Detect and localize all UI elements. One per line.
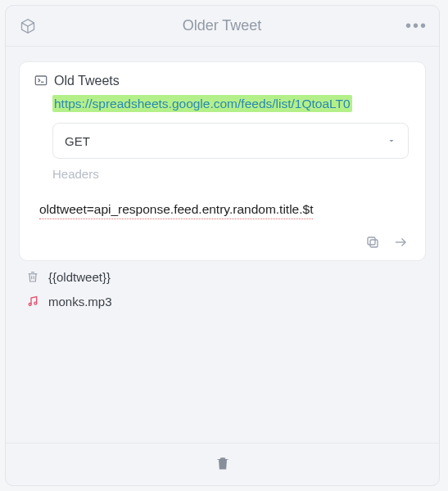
http-method-value: GET xyxy=(65,134,90,148)
arrow-right-icon[interactable] xyxy=(392,234,409,250)
panel-header: Older Tweet ••• xyxy=(6,6,439,47)
http-request-card: Old Tweets https://spreadsheets.google.c… xyxy=(19,61,426,261)
template-variable-label: {{oldtweet}} xyxy=(48,270,111,284)
url-text: https://spreadsheets.google.com/feeds/li… xyxy=(52,95,352,112)
http-method-select[interactable]: GET xyxy=(52,123,409,159)
card-actions xyxy=(34,231,410,252)
expression-row[interactable]: oldtweet=api_response.feed.entry.random.… xyxy=(34,194,410,231)
chevron-down-icon xyxy=(387,134,396,148)
headers-input[interactable]: Headers xyxy=(52,167,409,181)
svg-rect-2 xyxy=(368,237,375,245)
url-field[interactable]: https://spreadsheets.google.com/feeds/li… xyxy=(52,97,409,111)
svg-rect-1 xyxy=(370,240,378,247)
svg-rect-0 xyxy=(35,76,46,85)
card-title-row: Old Tweets xyxy=(34,74,410,88)
svg-point-3 xyxy=(29,304,31,306)
trash-icon xyxy=(25,269,40,284)
panel-title: Older Tweet xyxy=(38,17,405,34)
duplicate-icon[interactable] xyxy=(364,234,381,250)
audio-file-label: monks.mp3 xyxy=(48,295,112,309)
expression-text: oldtweet=api_response.feed.entry.random.… xyxy=(39,202,313,219)
panel-body: Old Tweets https://spreadsheets.google.c… xyxy=(6,47,439,443)
panel-footer xyxy=(6,443,439,485)
music-icon xyxy=(25,294,40,309)
svg-point-4 xyxy=(34,302,37,304)
card-title: Old Tweets xyxy=(54,74,120,88)
more-menu-icon[interactable]: ••• xyxy=(405,16,428,35)
terminal-icon xyxy=(34,74,48,88)
audio-file-row[interactable]: monks.mp3 xyxy=(19,289,426,313)
cube-icon[interactable] xyxy=(17,16,38,37)
template-variable-row[interactable]: {{oldtweet}} xyxy=(19,261,426,289)
delete-button[interactable] xyxy=(215,455,231,475)
editor-panel: Older Tweet ••• Old Tweets https://sprea… xyxy=(5,5,440,486)
